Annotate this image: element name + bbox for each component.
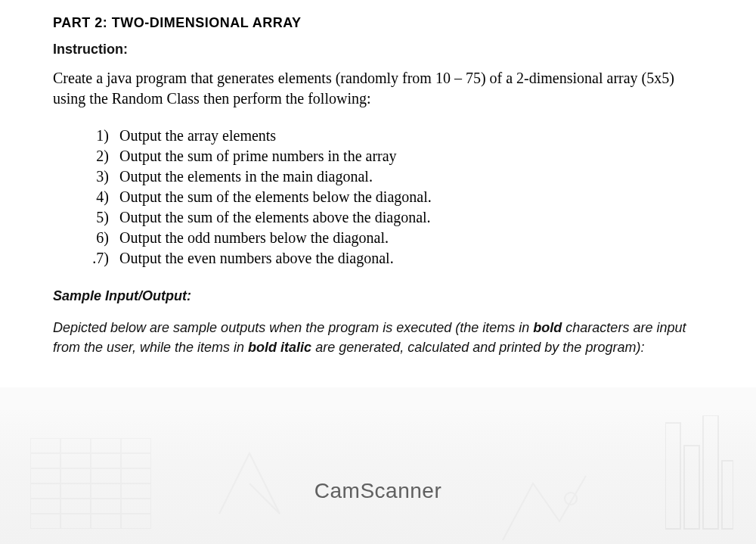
list-item-number: .7) xyxy=(83,248,119,269)
list-item-text: Output the elements in the main diagonal… xyxy=(119,166,373,187)
sample-description-text: are generated, calculated and printed by… xyxy=(311,340,644,355)
sample-description-text: Depicted below are sample outputs when t… xyxy=(53,320,533,335)
instruction-body: Create a java program that generates ele… xyxy=(53,68,703,109)
list-item: 5) Output the sum of the elements above … xyxy=(83,207,703,228)
list-item-number: 2) xyxy=(83,146,119,166)
instruction-list: 1) Output the array elements 2) Output t… xyxy=(83,126,703,269)
watermark-text: CamScanner xyxy=(314,479,442,503)
list-item: 3) Output the elements in the main diago… xyxy=(83,166,703,187)
watermark-footer: CamScanner xyxy=(0,408,756,544)
svg-rect-11 xyxy=(684,446,699,529)
instruction-label: Instruction: xyxy=(53,42,703,58)
svg-rect-10 xyxy=(665,423,680,529)
list-item-text: Output the odd numbers below the diagona… xyxy=(119,228,389,248)
part-title: PART 2: TWO-DIMENSIONAL ARRAY xyxy=(53,15,703,31)
list-item-text: Output the array elements xyxy=(119,126,276,146)
list-item-text: Output the even numbers above the diagon… xyxy=(119,248,394,269)
list-item-text: Output the sum of the elements below the… xyxy=(119,187,432,207)
list-item-number: 6) xyxy=(83,228,119,248)
list-item-number: 1) xyxy=(83,126,119,146)
list-item-text: Output the sum of prime numbers in the a… xyxy=(119,146,397,166)
sample-io-label: Sample Input/Output: xyxy=(53,288,703,304)
list-item: .7) Output the even numbers above the di… xyxy=(83,248,703,269)
watermark-decor-icon xyxy=(499,468,590,544)
list-item: 6) Output the odd numbers below the diag… xyxy=(83,228,703,248)
list-item-number: 3) xyxy=(83,166,119,187)
list-item-text: Output the sum of the elements above the… xyxy=(119,207,431,228)
list-item-number: 5) xyxy=(83,207,119,228)
list-item: 1) Output the array elements xyxy=(83,126,703,146)
sample-description-bold: bold xyxy=(533,320,562,335)
svg-rect-12 xyxy=(703,415,718,529)
watermark-decor-icon xyxy=(30,438,151,529)
sample-description: Depicted below are sample outputs when t… xyxy=(53,318,703,357)
list-item: 2) Output the sum of prime numbers in th… xyxy=(83,146,703,166)
document-page: PART 2: TWO-DIMENSIONAL ARRAY Instructio… xyxy=(0,0,756,387)
list-item: 4) Output the sum of the elements below … xyxy=(83,187,703,207)
list-item-number: 4) xyxy=(83,187,119,207)
watermark-decor-icon xyxy=(212,446,287,521)
sample-description-bold-italic: bold italic xyxy=(248,340,311,355)
watermark-decor-icon xyxy=(665,415,733,536)
svg-rect-13 xyxy=(722,461,733,529)
